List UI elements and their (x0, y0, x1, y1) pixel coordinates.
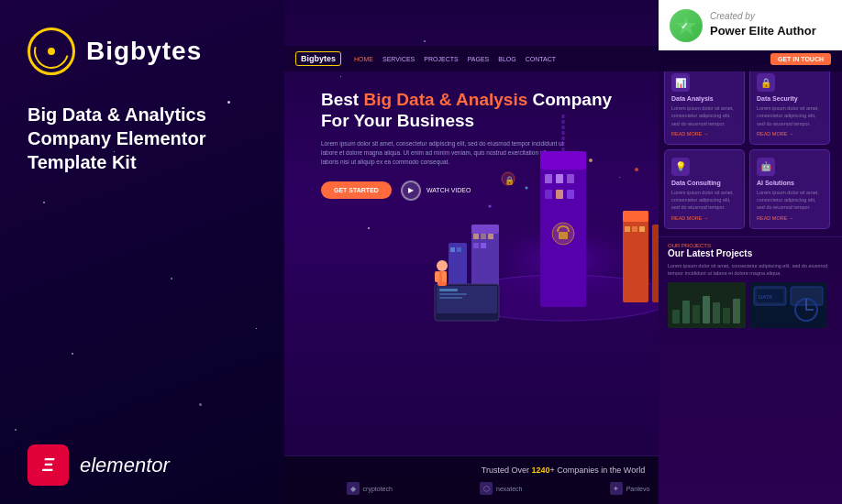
project-thumbnails: DATA (668, 282, 833, 328)
svg-rect-8 (481, 243, 486, 248)
svg-rect-36 (442, 271, 447, 282)
data-security-icon: 🔒 (757, 73, 775, 92)
badge-icon: ✓ (670, 9, 703, 42)
service-card-desc-4: Lorem ipsum dolor sit amet, consectetur … (757, 189, 823, 212)
svg-rect-16 (567, 174, 574, 183)
trust-count: 1240 (532, 466, 550, 475)
star-field (0, 0, 284, 504)
svg-rect-22 (623, 211, 648, 302)
trust-prefix: Trusted Over (482, 466, 532, 475)
svg-rect-23 (623, 211, 648, 222)
nav-item-home[interactable]: HOME (354, 56, 373, 62)
svg-rect-6 (488, 234, 493, 239)
trust-logo-icon-2: ⬡ (480, 482, 493, 495)
service-card-link-4[interactable]: READ MORE → (757, 215, 823, 221)
svg-rect-35 (435, 271, 439, 282)
elementor-icon: Ξ (28, 444, 69, 486)
svg-rect-32 (439, 297, 462, 299)
data-consulting-icon: 💡 (671, 158, 690, 176)
svg-rect-11 (457, 247, 461, 252)
trust-suffix: + Companies in the World (550, 466, 646, 475)
ai-solutions-icon: 🤖 (757, 158, 775, 176)
nav-item-services[interactable]: SERVICES (382, 56, 415, 62)
svg-rect-24 (625, 226, 630, 232)
svg-point-46 (526, 187, 528, 190)
trust-logo-icon-1: ◆ (347, 482, 360, 495)
svg-rect-30 (439, 289, 458, 291)
nav-logo: Bigbytes (295, 51, 341, 66)
service-card-4: 🤖 AI Solutions Lorem ipsum dolor sit ame… (749, 149, 830, 229)
badge-title: Power Elite Author (710, 23, 816, 39)
right-panel: OUR SERVICES We Run All Kinds Of Big Dat… (659, 0, 842, 504)
tagline: Big Data & Analytics Company Elementor T… (28, 103, 257, 174)
trust-logo-name-2: nexatech (496, 486, 522, 492)
nav-item-blog[interactable]: BLOG (498, 56, 515, 62)
service-card-link-2[interactable]: READ MORE → (757, 131, 823, 137)
svg-rect-18 (556, 190, 563, 199)
svg-rect-10 (450, 247, 455, 252)
elementor-text: elementor (80, 454, 170, 477)
svg-rect-25 (632, 226, 637, 232)
svg-rect-26 (639, 226, 645, 232)
svg-rect-21 (559, 232, 568, 239)
service-card-title-3: Data Consulting (671, 180, 737, 186)
badge-created-by: Created by (710, 10, 816, 23)
svg-rect-15 (556, 174, 563, 183)
nav-items: HOME SERVICES PROJECTS PAGES BLOG CONTAC… (354, 56, 758, 62)
nav-item-pages[interactable]: PAGES (468, 56, 490, 62)
project-thumb-2: DATA (749, 282, 827, 328)
svg-text:✓: ✓ (681, 21, 688, 31)
svg-rect-31 (439, 293, 467, 295)
service-card-title-4: AI Solutions (757, 180, 823, 186)
badge-text: Created by Power Elite Author (710, 10, 816, 39)
data-analysis-icon: 📊 (671, 73, 690, 92)
svg-point-45 (589, 159, 593, 162)
svg-rect-7 (473, 243, 479, 248)
projects-desc: Lorem ipsum dolor sit amet, consectetur … (668, 262, 833, 278)
project-thumb-1 (668, 282, 746, 328)
nav-item-projects[interactable]: PROJECTS (424, 56, 458, 62)
brand-name: Bigbytes (86, 37, 202, 66)
service-card-title-1: Data Analysis (671, 95, 737, 102)
trust-logo-1: ◆ cryptotech (347, 482, 393, 495)
trust-logo-name-3: Pantevo (626, 486, 650, 492)
service-card-2: 🔒 Data Security Lorem ipsum dolor sit am… (749, 65, 830, 145)
logo-area: Bigbytes (28, 27, 257, 75)
svg-rect-3 (471, 225, 499, 234)
svg-point-48 (489, 205, 492, 208)
service-card-link-3[interactable]: READ MORE → (671, 215, 737, 221)
service-card-1: 📊 Data Analysis Lorem ipsum dolor sit am… (664, 65, 745, 145)
svg-rect-4 (473, 234, 479, 239)
left-panel: Bigbytes Big Data & Analytics Company El… (0, 0, 284, 504)
service-card-3: 💡 Data Consulting Lorem ipsum dolor sit … (664, 149, 745, 229)
svg-point-33 (437, 260, 448, 271)
service-card-link-1[interactable]: READ MORE → (671, 131, 737, 137)
svg-rect-13 (540, 151, 586, 170)
badge-overlay: ✓ Created by Power Elite Author (659, 0, 842, 50)
projects-title: Our Latest Projects (668, 248, 833, 258)
projects-section: OUR PROJECTS Our Latest Projects Lorem i… (659, 236, 842, 334)
svg-rect-14 (545, 174, 552, 183)
trust-logo-name-1: cryptotech (363, 486, 393, 492)
trust-logo-3: ✦ Pantevo (610, 482, 650, 495)
service-card-title-2: Data Security (757, 95, 823, 102)
elementor-badge: Ξ elementor (28, 444, 257, 486)
service-card-desc-3: Lorem ipsum dolor sit amet, consectetur … (671, 189, 737, 212)
svg-rect-19 (567, 190, 574, 199)
service-cards: 📊 Data Analysis Lorem ipsum dolor sit am… (659, 60, 842, 235)
nav-item-contact[interactable]: CONTACT (526, 56, 556, 62)
svg-point-47 (635, 168, 638, 171)
service-card-desc-1: Lorem ipsum dolor sit amet, consectetur … (671, 104, 737, 127)
logo-icon (28, 27, 75, 75)
trust-logo-2: ⬡ nexatech (480, 482, 522, 495)
trust-logo-icon-3: ✦ (610, 482, 623, 495)
service-card-desc-2: Lorem ipsum dolor sit amet, consectetur … (757, 104, 823, 127)
svg-text:🔒: 🔒 (504, 175, 515, 186)
svg-rect-5 (481, 234, 486, 239)
nav-cta-button[interactable]: GET IN TOUCH (770, 53, 831, 65)
svg-rect-17 (545, 190, 552, 199)
